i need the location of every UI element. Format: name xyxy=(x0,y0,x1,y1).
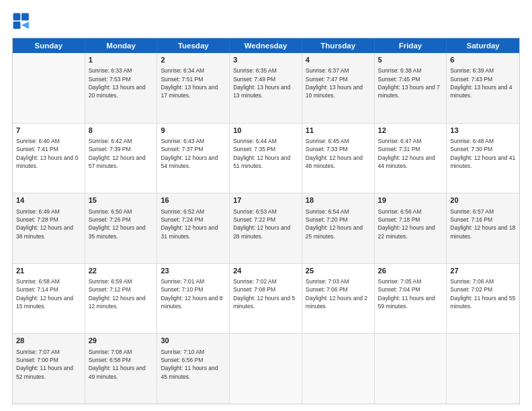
calendar-cell: 5Sunrise: 6:38 AMSunset: 7:45 PMDaylight… xyxy=(375,53,447,123)
day-info: Sunrise: 7:02 AMSunset: 7:08 PMDaylight:… xyxy=(233,277,298,310)
day-info: Sunrise: 6:52 AMSunset: 7:24 PMDaylight:… xyxy=(161,208,226,240)
page: SundayMondayTuesdayWednesdayThursdayFrid… xyxy=(0,0,532,411)
day-number: 18 xyxy=(306,195,371,205)
day-number: 15 xyxy=(89,195,154,205)
calendar-cell: 14Sunrise: 6:49 AMSunset: 7:28 PMDayligh… xyxy=(13,193,85,263)
calendar-cell: 7Sunrise: 6:40 AMSunset: 7:41 PMDaylight… xyxy=(13,124,85,193)
day-info: Sunrise: 6:49 AMSunset: 7:28 PMDaylight:… xyxy=(16,208,81,240)
day-number: 21 xyxy=(16,266,81,276)
calendar-cell: 21Sunrise: 6:58 AMSunset: 7:14 PMDayligh… xyxy=(13,264,85,334)
weekday-header: Friday xyxy=(375,38,447,53)
calendar-cell xyxy=(302,334,375,404)
day-info: Sunrise: 6:57 AMSunset: 7:16 PMDaylight:… xyxy=(450,208,516,240)
calendar-cell: 1Sunrise: 6:33 AMSunset: 7:53 PMDaylight… xyxy=(85,53,158,123)
svg-rect-2 xyxy=(13,21,21,29)
calendar-cell: 17Sunrise: 6:53 AMSunset: 7:22 PMDayligh… xyxy=(230,193,302,263)
day-number: 20 xyxy=(450,195,516,205)
calendar-cell: 29Sunrise: 7:08 AMSunset: 6:58 PMDayligh… xyxy=(85,334,158,404)
calendar-cell: 28Sunrise: 7:07 AMSunset: 7:00 PMDayligh… xyxy=(13,334,85,404)
day-number: 22 xyxy=(89,266,154,276)
weekday-header: Wednesday xyxy=(230,38,302,53)
day-info: Sunrise: 6:37 AMSunset: 7:47 PMDaylight:… xyxy=(306,66,371,99)
calendar-cell: 18Sunrise: 6:54 AMSunset: 7:20 PMDayligh… xyxy=(302,193,375,263)
calendar-cell: 15Sunrise: 6:50 AMSunset: 7:26 PMDayligh… xyxy=(85,193,158,263)
day-info: Sunrise: 7:01 AMSunset: 7:10 PMDaylight:… xyxy=(161,277,226,310)
day-number: 12 xyxy=(378,126,443,136)
day-number: 24 xyxy=(233,266,298,276)
header xyxy=(12,12,520,31)
day-number: 10 xyxy=(233,126,298,136)
calendar-cell xyxy=(230,334,302,404)
svg-rect-0 xyxy=(13,13,21,21)
day-number: 28 xyxy=(16,336,81,346)
calendar-cell: 20Sunrise: 6:57 AMSunset: 7:16 PMDayligh… xyxy=(447,193,519,263)
day-number: 19 xyxy=(378,195,443,205)
calendar-cell: 10Sunrise: 6:44 AMSunset: 7:35 PMDayligh… xyxy=(230,124,302,193)
calendar-cell: 19Sunrise: 6:56 AMSunset: 7:18 PMDayligh… xyxy=(375,193,447,263)
day-info: Sunrise: 6:48 AMSunset: 7:30 PMDaylight:… xyxy=(450,137,516,170)
calendar-cell: 30Sunrise: 7:10 AMSunset: 6:56 PMDayligh… xyxy=(157,334,230,404)
day-number: 17 xyxy=(233,195,298,205)
svg-marker-3 xyxy=(21,21,29,29)
day-info: Sunrise: 7:08 AMSunset: 6:58 PMDaylight:… xyxy=(89,348,154,381)
calendar-cell: 11Sunrise: 6:45 AMSunset: 7:33 PMDayligh… xyxy=(302,124,375,193)
calendar-cell: 6Sunrise: 6:39 AMSunset: 7:43 PMDaylight… xyxy=(447,53,519,123)
day-info: Sunrise: 7:03 AMSunset: 7:06 PMDaylight:… xyxy=(306,277,371,310)
day-number: 8 xyxy=(89,126,154,136)
calendar-cell xyxy=(447,334,519,404)
calendar-cell: 12Sunrise: 6:47 AMSunset: 7:31 PMDayligh… xyxy=(375,124,447,193)
day-number: 27 xyxy=(450,266,516,276)
calendar-cell: 13Sunrise: 6:48 AMSunset: 7:30 PMDayligh… xyxy=(447,124,519,193)
day-number: 5 xyxy=(378,55,443,65)
calendar-cell: 24Sunrise: 7:02 AMSunset: 7:08 PMDayligh… xyxy=(230,264,302,334)
day-number: 2 xyxy=(161,55,226,65)
day-number: 6 xyxy=(450,55,516,65)
calendar-cell: 26Sunrise: 7:05 AMSunset: 7:04 PMDayligh… xyxy=(375,264,447,334)
day-number: 14 xyxy=(16,195,81,205)
day-info: Sunrise: 6:40 AMSunset: 7:41 PMDaylight:… xyxy=(16,137,81,170)
day-number: 16 xyxy=(161,195,226,205)
day-info: Sunrise: 6:39 AMSunset: 7:43 PMDaylight:… xyxy=(450,66,516,99)
day-info: Sunrise: 6:59 AMSunset: 7:12 PMDaylight:… xyxy=(89,277,154,310)
day-number: 3 xyxy=(233,55,298,65)
day-info: Sunrise: 6:38 AMSunset: 7:45 PMDaylight:… xyxy=(378,66,443,99)
day-number: 30 xyxy=(161,336,226,346)
day-info: Sunrise: 7:07 AMSunset: 7:00 PMDaylight:… xyxy=(16,348,81,381)
logo-icon xyxy=(12,12,31,31)
day-number: 9 xyxy=(161,126,226,136)
day-number: 26 xyxy=(378,266,443,276)
calendar-row: 1Sunrise: 6:33 AMSunset: 7:53 PMDaylight… xyxy=(13,53,519,124)
day-info: Sunrise: 6:43 AMSunset: 7:37 PMDaylight:… xyxy=(161,137,226,170)
svg-rect-1 xyxy=(21,13,29,21)
day-number: 23 xyxy=(161,266,226,276)
calendar-row: 28Sunrise: 7:07 AMSunset: 7:00 PMDayligh… xyxy=(13,334,519,404)
day-info: Sunrise: 6:34 AMSunset: 7:51 PMDaylight:… xyxy=(161,66,226,99)
day-number: 4 xyxy=(306,55,371,65)
day-number: 13 xyxy=(450,126,516,136)
weekday-header: Sunday xyxy=(13,38,85,53)
calendar-cell xyxy=(13,53,85,123)
day-info: Sunrise: 6:58 AMSunset: 7:14 PMDaylight:… xyxy=(16,277,81,310)
calendar-row: 21Sunrise: 6:58 AMSunset: 7:14 PMDayligh… xyxy=(13,264,519,334)
day-info: Sunrise: 7:06 AMSunset: 7:02 PMDaylight:… xyxy=(450,277,516,310)
day-info: Sunrise: 6:54 AMSunset: 7:20 PMDaylight:… xyxy=(306,208,371,240)
calendar-cell: 9Sunrise: 6:43 AMSunset: 7:37 PMDaylight… xyxy=(157,124,230,193)
calendar-cell: 16Sunrise: 6:52 AMSunset: 7:24 PMDayligh… xyxy=(157,193,230,263)
calendar-cell: 22Sunrise: 6:59 AMSunset: 7:12 PMDayligh… xyxy=(85,264,158,334)
day-info: Sunrise: 6:33 AMSunset: 7:53 PMDaylight:… xyxy=(89,66,154,99)
weekday-header: Saturday xyxy=(447,38,519,53)
day-info: Sunrise: 7:05 AMSunset: 7:04 PMDaylight:… xyxy=(378,277,443,310)
calendar-cell: 3Sunrise: 6:35 AMSunset: 7:49 PMDaylight… xyxy=(230,53,302,123)
day-number: 1 xyxy=(89,55,154,65)
calendar: SundayMondayTuesdayWednesdayThursdayFrid… xyxy=(12,38,520,404)
calendar-cell: 23Sunrise: 7:01 AMSunset: 7:10 PMDayligh… xyxy=(157,264,230,334)
day-info: Sunrise: 6:47 AMSunset: 7:31 PMDaylight:… xyxy=(378,137,443,170)
calendar-cell: 4Sunrise: 6:37 AMSunset: 7:47 PMDaylight… xyxy=(302,53,375,123)
day-info: Sunrise: 6:44 AMSunset: 7:35 PMDaylight:… xyxy=(233,137,298,170)
day-number: 25 xyxy=(306,266,371,276)
day-info: Sunrise: 6:45 AMSunset: 7:33 PMDaylight:… xyxy=(306,137,371,170)
day-number: 29 xyxy=(89,336,154,346)
calendar-row: 14Sunrise: 6:49 AMSunset: 7:28 PMDayligh… xyxy=(13,193,519,264)
day-info: Sunrise: 7:10 AMSunset: 6:56 PMDaylight:… xyxy=(161,348,226,381)
calendar-cell: 27Sunrise: 7:06 AMSunset: 7:02 PMDayligh… xyxy=(447,264,519,334)
